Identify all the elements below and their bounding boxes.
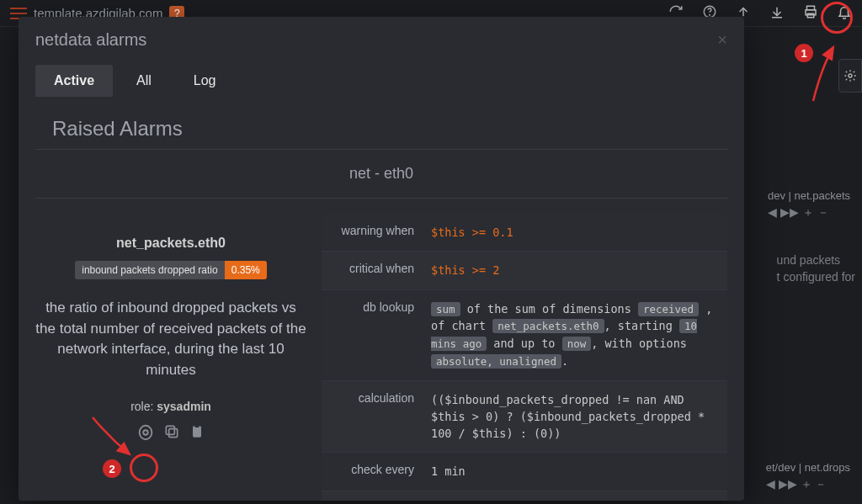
bg-chart-controls-1[interactable]: ◀ ▶▶ ＋ － [768, 205, 850, 220]
download-icon[interactable] [769, 4, 785, 22]
chart-title: net - eth0 [35, 150, 727, 199]
prop-warning-value: $this >= 0.1 [423, 214, 727, 251]
bg-snippet-2: t configured for [777, 270, 855, 284]
prop-calc-label: calculation [322, 381, 423, 453]
view-icon[interactable] [136, 423, 155, 445]
badge-value: 0.35% [225, 261, 267, 279]
tab-active[interactable]: Active [35, 65, 113, 97]
prop-critical-value: $this >= 2 [423, 252, 727, 289]
copy-icon[interactable] [163, 423, 180, 445]
tab-all[interactable]: All [118, 65, 170, 97]
close-icon[interactable]: × [717, 30, 727, 50]
svg-point-6 [143, 430, 148, 435]
prop-check-value: 1 min [423, 453, 727, 490]
annotation-number-1: 1 [795, 44, 813, 62]
alarm-badge: inbound packets dropped ratio 0.35% [35, 261, 306, 279]
section-heading: Raised Alarms [35, 97, 727, 150]
alarm-description: the ratio of inbound dropped packets vs … [35, 298, 306, 381]
bg-legend-netdrops: et/dev | net.drops ◀ ▶▶ ＋ － [766, 461, 850, 492]
bg-chart-controls-2[interactable]: ◀ ▶▶ ＋ － [766, 477, 850, 492]
prop-dblookup-label: db lookup [322, 290, 423, 380]
print-icon[interactable] [803, 4, 818, 22]
badge-label: inbound packets dropped ratio [75, 261, 224, 279]
bell-icon[interactable] [837, 4, 852, 22]
settings-gear-icon[interactable] [838, 59, 862, 93]
modal-tabs: Active All Log [19, 55, 744, 97]
svg-rect-10 [195, 424, 200, 427]
svg-rect-7 [169, 428, 178, 437]
alarm-name: net_packets.eth0 [35, 236, 306, 251]
prop-calc-value: (($inbound_packets_dropped != nan AND $t… [423, 381, 727, 453]
alarm-properties: warning when $this >= 0.1 critical when … [322, 214, 727, 501]
prop-dblookup-value: sum of the sum of dimensions received , … [423, 290, 727, 380]
modal-title: netdata alarms [35, 30, 146, 50]
prop-critical-label: critical when [322, 252, 423, 289]
svg-point-1 [710, 14, 710, 15]
prop-exec-value: /usr/libexec/netdata/plugins.d/alarm-not… [423, 491, 727, 501]
prop-exec-label: execute [322, 491, 423, 501]
bg-legend-netpackets: dev | net.packets ◀ ▶▶ ＋ － [768, 189, 850, 220]
bg-snippet-1: und packets [777, 253, 841, 267]
svg-rect-9 [193, 426, 201, 437]
annotation-number-2: 2 [103, 459, 121, 478]
clipboard-icon[interactable] [189, 423, 205, 445]
svg-point-5 [849, 74, 852, 77]
prop-warning-label: warning when [322, 214, 423, 251]
alarm-summary: net_packets.eth0 inbound packets dropped… [35, 214, 322, 501]
alarms-modal: netdata alarms × Active All Log Raised A… [19, 17, 744, 501]
svg-rect-8 [166, 426, 174, 434]
tab-log[interactable]: Log [175, 65, 235, 97]
alarm-role: role: sysadmin [35, 400, 306, 413]
prop-check-label: check every [322, 453, 423, 490]
